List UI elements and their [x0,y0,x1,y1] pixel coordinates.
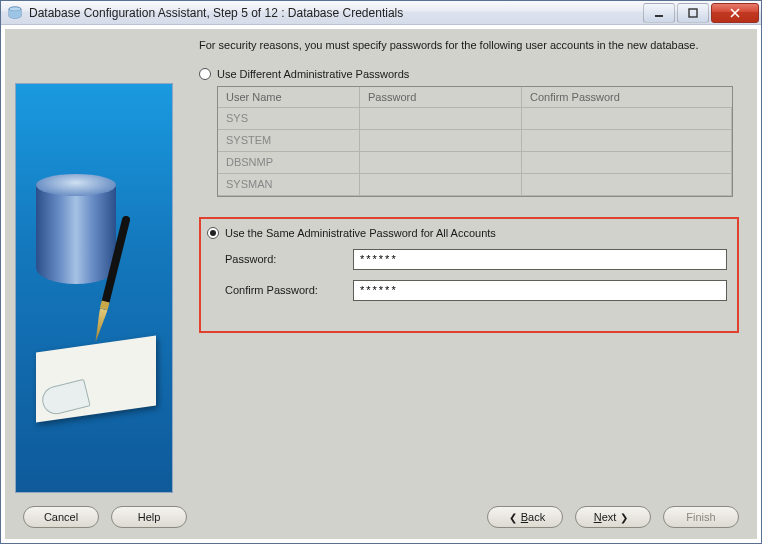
database-cylinder-icon [36,174,116,284]
table-header: User Name Password Confirm Password [218,87,732,108]
table-row: SYSTEM [218,130,732,152]
window-controls [643,3,759,23]
radio-icon [207,227,219,239]
titlebar: Database Configuration Assistant, Step 5… [1,1,761,25]
confirm-password-row: Confirm Password: [225,280,727,301]
cell-username: SYSTEM [218,130,360,152]
cell-username: DBSNMP [218,152,360,174]
cell-username: SYS [218,108,360,130]
next-button[interactable]: Next ❯ [575,506,651,528]
button-label: Back [521,511,545,523]
main-panel: For security reasons, you must specify p… [173,37,747,493]
app-icon [7,5,23,21]
cell-password [360,130,522,152]
cell-username: SYSMAN [218,174,360,196]
svg-point-0 [9,6,21,10]
window-title: Database Configuration Assistant, Step 5… [29,6,643,20]
col-user-header: User Name [218,87,360,108]
cell-password [360,108,522,130]
cancel-button[interactable]: Cancel [23,506,99,528]
password-input[interactable] [353,249,727,270]
cell-confirm [522,174,732,196]
chevron-right-icon: ❯ [620,512,628,523]
option-label: Use the Same Administrative Password for… [225,227,496,239]
close-button[interactable] [711,3,759,23]
client-area: For security reasons, you must specify p… [1,25,761,543]
option-same-password[interactable]: Use the Same Administrative Password for… [207,227,727,239]
finish-button: Finish [663,506,739,528]
cell-password [360,152,522,174]
button-label: Next [594,511,617,523]
cell-password [360,174,522,196]
maximize-button[interactable] [677,3,709,23]
content-area: For security reasons, you must specify p… [5,29,757,495]
table-row: DBSNMP [218,152,732,174]
col-password-header: Password [360,87,522,108]
password-row: Password: [225,249,727,270]
password-fields: Password: Confirm Password: [225,249,727,301]
instruction-text: For security reasons, you must specify p… [199,37,741,54]
svg-rect-1 [655,15,663,17]
table-row: SYS [218,108,732,130]
button-label: Cancel [44,511,78,523]
cell-confirm [522,152,732,174]
back-button[interactable]: ❮ Back [487,506,563,528]
help-button[interactable]: Help [111,506,187,528]
chevron-left-icon: ❮ [509,512,517,523]
same-password-section: Use the Same Administrative Password for… [199,217,739,333]
wizard-button-bar: Cancel Help ❮ Back Next ❯ Finish [5,495,757,539]
wizard-sidebar-image [15,83,173,493]
minimize-button[interactable] [643,3,675,23]
cell-confirm [522,130,732,152]
dbca-window: Database Configuration Assistant, Step 5… [0,0,762,544]
password-label: Password: [225,253,353,265]
col-confirm-header: Confirm Password [522,87,732,108]
button-label: Help [138,511,161,523]
confirm-password-input[interactable] [353,280,727,301]
table-row: SYSMAN [218,174,732,196]
users-table: User Name Password Confirm Password SYS … [217,86,733,197]
option-label: Use Different Administrative Passwords [217,68,409,80]
radio-icon [199,68,211,80]
confirm-password-label: Confirm Password: [225,284,353,296]
svg-rect-2 [689,9,697,17]
option-different-passwords[interactable]: Use Different Administrative Passwords [199,68,741,80]
cell-confirm [522,108,732,130]
button-label: Finish [686,511,715,523]
